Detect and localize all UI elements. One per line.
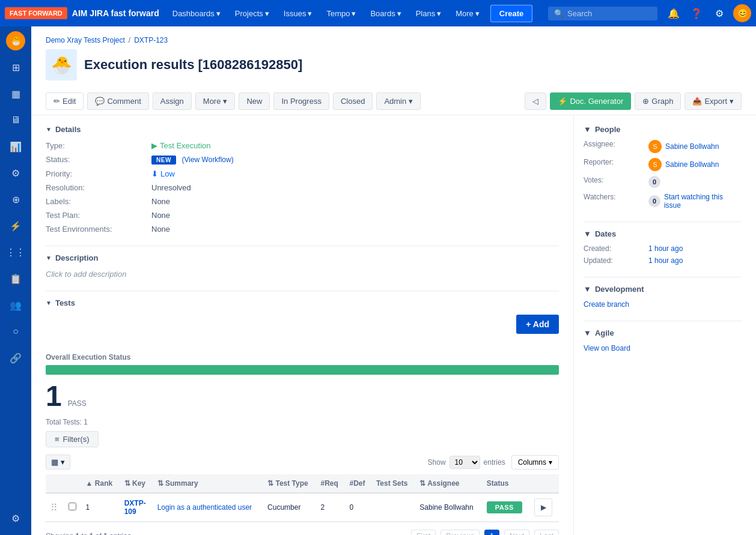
th-action [529, 474, 559, 493]
req-cell: 2 [316, 493, 345, 522]
new-status-button[interactable]: New [239, 92, 270, 110]
add-button[interactable]: + Add [516, 315, 559, 334]
assignee-avatar: S [648, 140, 662, 153]
sidebar-item-grid[interactable]: ⊞ [4, 55, 28, 79]
admin-button[interactable]: Admin ▾ [376, 92, 421, 110]
votes-label: Votes: [584, 176, 644, 188]
sidebar-item-settings[interactable]: ⚙ [4, 506, 28, 530]
th-rank[interactable]: ▲ Rank [81, 474, 120, 493]
breadcrumb-project[interactable]: Demo Xray Tests Project [46, 36, 125, 44]
table-options-button[interactable]: ▦ ▾ [46, 455, 70, 470]
sidebar-item-atom[interactable]: ⊕ [4, 187, 28, 211]
admin-chevron-icon: ▾ [409, 97, 413, 106]
sidebar-item-link[interactable]: 🔗 [4, 346, 28, 370]
in-progress-button[interactable]: In Progress [273, 92, 329, 110]
entries-select[interactable]: 10 25 50 100 [450, 456, 480, 469]
breadcrumb-issue[interactable]: DXTP-123 [134, 36, 168, 44]
nav-projects[interactable]: Projects ▾ [229, 4, 275, 23]
reporter-name[interactable]: Sabine Bollwahn [665, 160, 719, 169]
th-key[interactable]: ⇅ Key [120, 474, 153, 493]
resolution-value: Unresolved [151, 183, 559, 192]
assign-button[interactable]: Assign [153, 92, 192, 110]
assignee-name[interactable]: Sabine Bollwahn [665, 142, 719, 151]
export-button[interactable]: 📤 Export ▾ [684, 92, 742, 110]
prev-page-button[interactable]: Previous [440, 530, 480, 535]
th-test-type[interactable]: ⇅ Test Type [263, 474, 316, 493]
closed-button[interactable]: Closed [333, 92, 373, 110]
nav-more[interactable]: More ▾ [450, 4, 486, 23]
th-assignee[interactable]: ⇅ Assignee [415, 474, 481, 493]
test-sets-cell [371, 493, 415, 522]
checkbox-cell[interactable] [64, 493, 81, 522]
description-placeholder[interactable]: Click to add description [46, 270, 559, 279]
view-on-board-link[interactable]: View on Board [584, 344, 630, 352]
help-icon[interactable]: ❓ [687, 4, 706, 22]
sidebar-item-lightning[interactable]: ⚡ [4, 214, 28, 238]
th-summary[interactable]: ⇅ Summary [153, 474, 263, 493]
nav-tempo[interactable]: Tempo ▾ [320, 4, 362, 23]
nav-dashboards[interactable]: Dashboards ▾ [166, 4, 227, 23]
reporter-avatar: S [648, 158, 662, 171]
run-button[interactable]: ▶ [534, 498, 552, 516]
nav-plans[interactable]: Plans ▾ [410, 4, 448, 23]
row-checkbox[interactable] [69, 503, 76, 510]
drag-cell[interactable]: ⠿ [46, 493, 64, 522]
share-button[interactable]: ◁ [525, 92, 546, 110]
agile-section-header[interactable]: ▼ Agile [584, 328, 742, 337]
sidebar-item-puzzle[interactable]: ⚙ [4, 161, 28, 185]
more-button[interactable]: More ▾ [195, 92, 236, 110]
user-avatar[interactable]: 😊 [733, 4, 751, 22]
sidebar-item-monitor[interactable]: 🖥 [4, 108, 28, 132]
export-icon: 📤 [692, 97, 702, 106]
create-branch-link[interactable]: Create branch [584, 300, 629, 309]
search-input[interactable] [567, 9, 651, 18]
nav-issues[interactable]: Issues ▾ [278, 4, 319, 23]
sidebar-item-clipboard[interactable]: 📋 [4, 267, 28, 291]
workflow-link[interactable]: (View Workflow) [181, 156, 233, 164]
status-cell: PASS [482, 493, 529, 522]
sidebar-item-bar-chart[interactable]: 📊 [4, 135, 28, 159]
content-area: ▼ Details Type: ▶ Test Execution Status:… [31, 115, 756, 535]
watch-link[interactable]: Start watching this issue [664, 193, 742, 210]
key-link[interactable]: DXTP-109 [124, 499, 146, 516]
people-section-header[interactable]: ▼ People [584, 125, 742, 134]
summary-link[interactable]: Login as a authenticated user [157, 503, 252, 512]
created-label: Created: [584, 244, 644, 253]
graph-button[interactable]: ⊕ Graph [635, 92, 681, 110]
notification-icon[interactable]: 🔔 [665, 4, 683, 22]
edit-button[interactable]: ✏ Edit [46, 92, 84, 110]
filter-button[interactable]: ≡ Filter(s) [46, 431, 99, 447]
sidebar-item-people[interactable]: 👥 [4, 293, 28, 317]
create-button[interactable]: Create [490, 5, 532, 22]
search-bar[interactable]: 🔍 [548, 7, 657, 20]
description-section-header[interactable]: ▼ Description [46, 253, 559, 262]
th-req[interactable]: #Req [316, 474, 345, 493]
next-page-button[interactable]: Next [504, 530, 530, 535]
dates-section-header[interactable]: ▼ Dates [584, 229, 742, 238]
settings-icon[interactable]: ⚙ [710, 4, 728, 22]
pass-status-badge: PASS [487, 501, 522, 513]
doc-generator-button[interactable]: ⚡ Doc. Generator [550, 92, 631, 110]
sidebar-avatar[interactable]: 🐣 [6, 31, 25, 50]
sidebar-item-chart[interactable]: ▦ [4, 82, 28, 106]
sidebar-item-circle[interactable]: ○ [4, 319, 28, 343]
comment-button[interactable]: 💬 Comment [87, 92, 148, 110]
th-test-sets[interactable]: Test Sets [371, 474, 415, 493]
first-page-button[interactable]: First [411, 530, 436, 535]
th-def[interactable]: #Def [344, 474, 371, 493]
share-icon: ◁ [532, 97, 538, 106]
rank-cell: 1 [81, 493, 120, 522]
tests-section-header[interactable]: ▼ Tests [46, 298, 559, 307]
th-status[interactable]: Status [482, 474, 529, 493]
last-page-button[interactable]: Last [534, 530, 559, 535]
logo[interactable]: FAST FORWARD [5, 7, 67, 19]
nav-boards[interactable]: Boards ▾ [364, 4, 407, 23]
sidebar-item-node[interactable]: ⋮⋮ [4, 240, 28, 264]
current-page-button[interactable]: 1 [484, 530, 499, 535]
details-section-header[interactable]: ▼ Details [46, 125, 559, 134]
priority-value: ⬇ Low [151, 169, 559, 178]
columns-button[interactable]: Columns ▾ [511, 455, 559, 470]
run-cell[interactable]: ▶ [529, 493, 559, 522]
labels-label: Labels: [46, 197, 142, 206]
development-section-header[interactable]: ▼ Development [584, 285, 742, 294]
